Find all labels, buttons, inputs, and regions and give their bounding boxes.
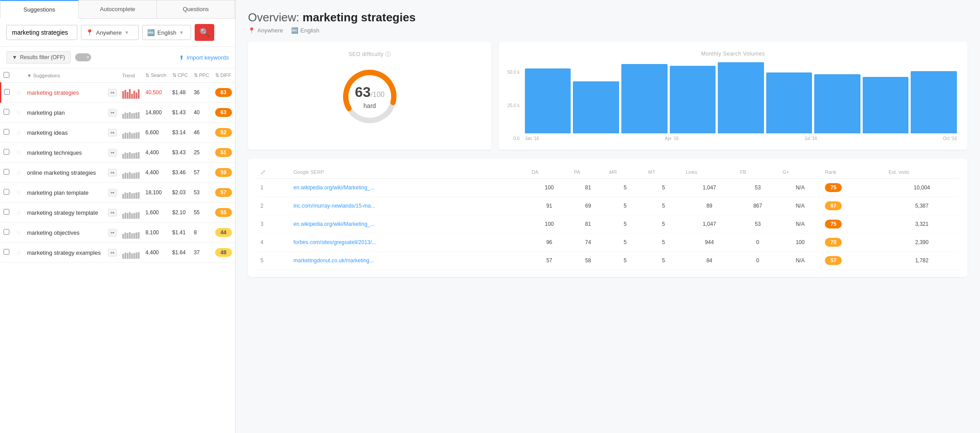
- serp-mr: 5: [606, 233, 645, 252]
- serp-col-gplus: G+: [779, 166, 822, 179]
- star-icon[interactable]: ☆: [16, 129, 22, 136]
- serp-da: 96: [528, 233, 571, 252]
- col-search[interactable]: ⇅ Search: [143, 68, 169, 83]
- ppc-value: 8: [194, 229, 197, 236]
- tab-suggestions[interactable]: Suggestions: [0, 0, 79, 19]
- serp-url[interactable]: en.wikipedia.org/wiki/Marketing_...: [293, 221, 375, 227]
- row-checkbox[interactable]: [4, 109, 9, 115]
- filter-toggle[interactable]: [75, 53, 91, 61]
- chart-bar: [525, 68, 571, 133]
- search-button[interactable]: 🔍: [195, 24, 214, 41]
- row-checkbox[interactable]: [4, 169, 9, 175]
- serp-card: ⤢ Google SERP DA PA MR MT Links FB G+ Ra…: [248, 159, 968, 277]
- left-panel: Suggestions Autocomplete Questions 📍 Any…: [0, 0, 236, 433]
- trend-chart: [122, 206, 140, 219]
- chart-bar: [621, 64, 668, 133]
- trend-chart: [122, 226, 140, 239]
- keyword-arrow-btn[interactable]: ↦: [108, 109, 117, 116]
- filter-icon: ▼: [12, 54, 17, 60]
- keyword-arrow-btn[interactable]: ↦: [108, 89, 117, 96]
- serp-gplus: N/A: [779, 179, 822, 197]
- serp-col-mt: MT: [645, 166, 683, 179]
- diff-badge: 44: [215, 228, 232, 237]
- seo-card-title: SEO difficulty ⓘ: [348, 51, 391, 58]
- location-select[interactable]: 📍 Anywhere ▼: [81, 25, 139, 40]
- tab-autocomplete[interactable]: Autocomplete: [79, 0, 157, 18]
- star-icon[interactable]: ☆: [16, 249, 22, 256]
- keyword-arrow-btn[interactable]: ↦: [108, 229, 117, 237]
- row-checkbox[interactable]: [4, 229, 9, 235]
- row-checkbox[interactable]: [4, 89, 10, 95]
- col-ppc[interactable]: ⇅ PPC: [191, 68, 212, 83]
- row-checkbox[interactable]: [4, 129, 9, 135]
- ppc-value: 57: [194, 169, 200, 176]
- keyword-text[interactable]: marketing strategies: [27, 89, 79, 96]
- star-icon[interactable]: ☆: [16, 109, 22, 116]
- serp-fb: 0: [736, 233, 779, 252]
- tab-questions[interactable]: Questions: [157, 0, 235, 18]
- chart-bar: [766, 72, 812, 133]
- row-checkbox[interactable]: [4, 189, 9, 195]
- serp-url[interactable]: en.wikipedia.org/wiki/Marketing_...: [293, 184, 375, 191]
- serp-col-url: Google SERP: [290, 166, 528, 179]
- serp-rank-badge: 75: [825, 220, 842, 229]
- trend-chart: [122, 86, 140, 99]
- meta-location-value: Anywhere: [257, 27, 283, 34]
- col-cpc[interactable]: ⇅ CPC: [170, 68, 191, 83]
- import-keywords-button[interactable]: ⬆ Import keywords: [179, 54, 229, 61]
- keyword-text: marketing strategy template: [27, 209, 98, 216]
- keyword-text: marketing plan template: [27, 189, 89, 196]
- keyword-arrow-btn[interactable]: ↦: [108, 189, 117, 196]
- select-all-checkbox[interactable]: [4, 72, 9, 78]
- keyword-text: marketing strategy examples: [27, 249, 101, 256]
- seo-help-icon[interactable]: ⓘ: [385, 51, 391, 57]
- row-checkbox[interactable]: [4, 149, 9, 155]
- table-row: ☆ marketing objectives ↦ 8,100 $1.41 8 4…: [1, 223, 236, 243]
- toggle-track[interactable]: [75, 53, 91, 61]
- search-input[interactable]: [6, 25, 77, 40]
- ppc-value: 25: [194, 149, 200, 156]
- keyword-arrow-btn[interactable]: ↦: [108, 149, 117, 156]
- keyword-text: marketing ideas: [27, 129, 68, 136]
- row-checkbox[interactable]: [4, 249, 9, 255]
- serp-da: 100: [528, 215, 571, 233]
- language-select[interactable]: 🔤 English ▼: [142, 25, 191, 40]
- row-checkbox[interactable]: [4, 209, 9, 215]
- chart-x-labels: Jan '16 Apr '16 Jul '16 Oct '16: [523, 136, 959, 141]
- star-icon[interactable]: ☆: [16, 189, 22, 196]
- diff-badge: 48: [215, 248, 232, 257]
- language-value: English: [157, 29, 176, 36]
- serp-url[interactable]: inc.com/murray-newlands/15-ma...: [293, 203, 375, 209]
- cpc-value: $1.48: [172, 89, 186, 96]
- col-suggestions[interactable]: ▼ Suggestions: [24, 68, 105, 83]
- serp-pa: 81: [571, 179, 606, 197]
- serp-url[interactable]: marketingdonut.co.uk/marketing...: [293, 257, 374, 264]
- keyword-arrow-btn[interactable]: ↦: [108, 209, 117, 216]
- keyword-arrow-btn[interactable]: ↦: [108, 249, 117, 257]
- star-icon[interactable]: ☆: [16, 209, 22, 216]
- search-volume: 40,500: [145, 89, 162, 96]
- keyword-arrow-btn[interactable]: ↦: [108, 169, 117, 176]
- star-icon[interactable]: ☆: [16, 169, 22, 176]
- serp-est-visits: 3,321: [885, 215, 959, 233]
- serp-gplus: N/A: [779, 197, 822, 215]
- serp-links: 944: [682, 233, 736, 252]
- search-volume: 6,600: [145, 129, 159, 136]
- keyword-arrow-btn[interactable]: ↦: [108, 129, 117, 136]
- expand-icon[interactable]: ⤢: [260, 168, 266, 176]
- star-icon[interactable]: ☆: [16, 149, 22, 156]
- serp-table: ⤢ Google SERP DA PA MR MT Links FB G+ Ra…: [257, 166, 959, 270]
- star-icon[interactable]: ☆: [16, 229, 22, 236]
- col-diff[interactable]: ⇅ DIFF: [212, 68, 235, 83]
- star-icon[interactable]: ☆: [16, 89, 22, 96]
- serp-col-links: Links: [682, 166, 736, 179]
- seo-label: hard: [355, 102, 384, 109]
- search-icon: 🔍: [200, 28, 209, 37]
- serp-rank-badge: 67: [825, 201, 842, 210]
- seo-max: /100: [371, 91, 384, 98]
- serp-url[interactable]: forbes.com/sites/gregsatell/2013/...: [293, 239, 376, 245]
- trend-chart: [122, 106, 140, 119]
- table-row: ☆ marketing strategy template ↦ 1,600 $2…: [1, 203, 236, 223]
- keyword-table: ▼ Suggestions Trend ⇅ Search ⇅ CPC ⇅ PPC…: [0, 68, 235, 263]
- filter-button[interactable]: ▼ Results filter (OFF): [6, 51, 71, 64]
